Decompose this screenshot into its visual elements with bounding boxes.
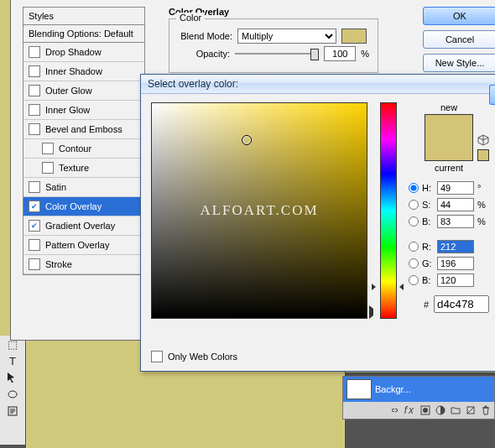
style-label: Drop Shadow [45,47,102,57]
cancel-button[interactable]: Cancel [423,30,495,49]
s-unit: % [477,200,489,210]
layer-name: Backgr... [375,384,411,394]
style-checkbox[interactable] [29,239,40,251]
style-label: Inner Glow [45,105,90,115]
style-item-bevel-and-emboss[interactable]: Bevel and Emboss [23,120,144,139]
style-checkbox[interactable] [29,258,40,270]
style-checkbox[interactable] [29,201,40,212]
only-web-row[interactable]: Only Web Colors [151,351,237,362]
color-swatch[interactable] [341,29,367,44]
h-label: H: [422,183,434,193]
style-checkbox[interactable] [29,104,40,116]
style-checkbox[interactable] [42,143,54,154]
style-label: Bevel and Emboss [45,124,122,134]
style-item-stroke[interactable]: Stroke [23,255,144,274]
current-label: current [435,163,463,173]
ellipse-tool-icon[interactable] [0,386,25,403]
style-checkbox[interactable] [29,123,40,135]
layer-row[interactable]: Backgr... [343,377,494,402]
style-checkbox[interactable] [42,162,54,174]
cube-icon[interactable] [477,134,489,146]
mask-icon[interactable] [420,405,430,415]
new-style-button[interactable]: New Style... [423,54,495,72]
picker-ok-button[interactable] [489,85,495,105]
new-color[interactable] [425,115,472,138]
style-item-satin[interactable]: Satin [23,178,144,197]
blend-mode-select[interactable]: Multiply [237,29,336,44]
adjustment-icon[interactable] [435,405,446,415]
style-item-outer-glow[interactable]: Outer Glow [23,81,144,101]
type-tool-icon[interactable]: T [0,352,25,369]
style-label: Inner Shadow [45,66,102,76]
fx-icon[interactable]: fx [404,404,415,416]
style-label: Color Overlay [45,201,102,211]
style-item-drop-shadow[interactable]: Drop Shadow [23,43,144,62]
styles-column: Styles Blending Options: DefaultDrop Sha… [23,7,145,275]
style-checkbox[interactable] [29,46,40,58]
s-radio[interactable] [409,200,419,210]
sv-indicator [242,135,252,145]
picker-titlebar[interactable]: Select overlay color: [141,75,495,94]
style-item-color-overlay[interactable]: Color Overlay [23,197,144,216]
color-overlay-section: Color Overlay Color Blend Mode: Multiply… [169,7,378,73]
hue-arrow-left-icon [372,284,376,290]
style-checkbox[interactable] [29,181,40,193]
mini-swatch[interactable] [477,149,489,161]
style-checkbox[interactable] [29,65,40,77]
picker-title: Select overlay color: [148,78,238,90]
bch-input[interactable] [437,273,474,287]
style-item-contour[interactable]: Contour [23,139,144,159]
opacity-input[interactable] [324,46,356,61]
style-item-inner-glow[interactable]: Inner Glow [23,101,144,120]
s-input[interactable] [437,198,474,211]
style-item-texture[interactable]: Texture [23,159,144,178]
h-radio[interactable] [409,183,419,193]
style-label: Pattern Overlay [45,240,109,250]
path-tool-icon[interactable] [0,369,25,386]
layers-footer: fx [343,402,494,419]
h-row: H: ° [409,181,489,195]
h-input[interactable] [437,181,474,195]
r-label: R: [422,242,434,252]
sv-arrow-icon [369,305,373,319]
s-label: S: [422,200,434,210]
r-row: R: [409,240,489,253]
g-input[interactable] [437,257,474,270]
b-label: B: [422,216,434,227]
hex-row: # [409,295,489,313]
folder-icon[interactable] [451,405,461,415]
b-radio[interactable] [409,216,419,227]
opacity-unit: % [361,49,369,59]
styles-list: Blending Options: DefaultDrop ShadowInne… [23,25,145,275]
ok-button[interactable]: OK [423,7,495,25]
style-item-inner-shadow[interactable]: Inner Shadow [23,62,144,81]
sv-field[interactable]: ALFOART.COM [151,102,367,319]
opacity-slider[interactable] [235,48,319,60]
b-row: B: % [409,215,489,228]
new-layer-icon[interactable] [466,405,476,415]
color-picker-dialog: Select overlay color: ALFOART.COM [140,74,495,372]
style-label: Gradient Overlay [45,221,115,231]
blending-options[interactable]: Blending Options: Default [23,25,144,43]
style-label: Texture [59,163,89,173]
link-icon[interactable] [389,405,399,415]
style-checkbox[interactable] [29,85,40,96]
opacity-label: Opacity: [178,49,230,59]
style-checkbox[interactable] [29,220,40,232]
style-label: Outer Glow [45,86,92,96]
hex-input[interactable] [434,295,489,313]
r-radio[interactable] [409,242,419,252]
only-web-checkbox[interactable] [151,351,163,362]
dialog-buttons: OK Cancel New Style... [423,7,495,72]
g-radio[interactable] [409,258,419,268]
style-item-pattern-overlay[interactable]: Pattern Overlay [23,236,144,255]
bch-radio[interactable] [409,275,419,285]
current-color[interactable] [425,138,472,160]
trash-icon[interactable] [481,405,491,415]
notes-tool-icon[interactable] [0,403,25,419]
b-input[interactable] [437,215,474,228]
r-input[interactable] [437,240,474,253]
style-item-gradient-overlay[interactable]: Gradient Overlay [23,216,144,236]
s-row: S: % [409,198,489,211]
svg-point-0 [8,391,17,398]
